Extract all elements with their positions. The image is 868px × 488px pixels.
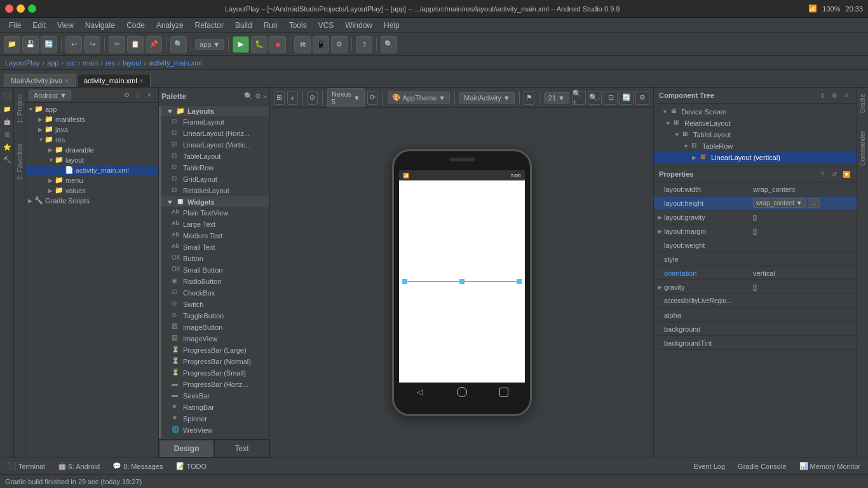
palette-widgets-header[interactable]: ▼ 🔲 Widgets	[161, 196, 269, 207]
tab-mainactivity[interactable]: MainActivity.java ×	[4, 74, 76, 87]
palette-item-progressbar-horiz[interactable]: ▬ ProgressBar (Horiz...	[161, 379, 269, 390]
maximize-button[interactable]	[28, 4, 36, 13]
tree-item-java[interactable]: ▶ 📁 java	[25, 125, 158, 135]
toolbar-sdk-btn[interactable]: 🛠	[294, 36, 311, 53]
tree-item-app[interactable]: ▼ 📁 app	[25, 104, 158, 114]
toolbar-sync-btn[interactable]: 🔄	[41, 36, 57, 53]
menu-navigate[interactable]: Navigate	[80, 20, 120, 31]
palette-item-progressbar-large[interactable]: ⏳ ProgressBar (Large)	[161, 344, 269, 356]
toolbar-save-btn[interactable]: 💾	[22, 36, 39, 53]
toolbar-search-everywhere-btn[interactable]: 🔍	[381, 36, 397, 53]
memory-monitor-btn[interactable]: 📊 Memory Monitor	[797, 461, 863, 471]
window-controls[interactable]	[5, 4, 36, 13]
palette-item-linearlayout-v[interactable]: ⊡ LinearLayout (Vertic...	[161, 139, 269, 151]
palette-item-linearlayout-h[interactable]: ⊡ LinearLayout (Horiz...	[161, 128, 269, 139]
tree-item-manifests[interactable]: ▶ 📁 manifests	[25, 114, 158, 125]
menu-file[interactable]: File	[4, 20, 26, 31]
menu-tools[interactable]: Tools	[284, 20, 312, 31]
terminal-btn[interactable]: ⬛ Terminal	[5, 461, 48, 471]
commander-label[interactable]: Commander	[858, 127, 867, 170]
menu-vcs[interactable]: VCS	[313, 20, 339, 31]
ct-item-tablerow[interactable]: ▼ ⊟ TableRow	[654, 140, 857, 152]
design-tab[interactable]: Design	[159, 440, 214, 458]
palette-item-togglebutton[interactable]: ⊙ ToggleButton	[161, 310, 269, 322]
menu-edit[interactable]: Edit	[27, 20, 51, 31]
prop-help-btn[interactable]: ?	[817, 169, 827, 179]
prop-row-layout-width[interactable]: layout:width wrap_content	[654, 182, 857, 196]
palette-item-ratingbar[interactable]: ★ RatingBar	[161, 402, 269, 413]
theme-dropdown[interactable]: 🎨 AppTheme ▼	[388, 92, 451, 104]
ct-expand-all-btn[interactable]: ⇕	[817, 90, 827, 100]
tree-item-activity-main[interactable]: 📄 activity_main.xml	[25, 165, 158, 175]
android-icon-side[interactable]: 🤖	[1, 116, 13, 127]
palette-item-seekbar[interactable]: ▬ SeekBar	[161, 390, 269, 402]
palette-item-small-text[interactable]: Ab Small Text	[161, 241, 269, 253]
breadcrumb-res[interactable]: res	[105, 59, 115, 67]
toolbar-run-btn[interactable]: ▶	[233, 36, 249, 53]
terminal-icon-side[interactable]: ⬛	[1, 90, 13, 102]
zoom-actual-btn[interactable]: ⊡	[604, 91, 618, 105]
canvas-overview-btn[interactable]: ⊙	[307, 91, 318, 105]
todo-btn[interactable]: 📝 TODO	[173, 461, 210, 471]
breadcrumb-layoutplay[interactable]: LayoutPlay	[5, 59, 39, 67]
menu-analyze[interactable]: Analyze	[151, 20, 189, 31]
prop-filter-btn[interactable]: 🔽	[841, 169, 851, 179]
toolbar-debug-btn[interactable]: 🐛	[251, 36, 268, 53]
prop-name-orientation[interactable]: orientation	[664, 269, 753, 277]
palette-item-imagebutton[interactable]: 🖼 ImageButton	[161, 322, 269, 333]
prop-row-layout-margin[interactable]: ▶ layout:margin []	[654, 224, 857, 238]
toolbar-undo-btn[interactable]: ↩	[65, 36, 82, 53]
palette-item-checkbox[interactable]: ☑ CheckBox	[161, 287, 269, 299]
palette-search-icon[interactable]: 🔍	[244, 92, 253, 100]
close-panel-btn[interactable]: ×	[144, 90, 154, 100]
breadcrumb-src[interactable]: src	[66, 59, 76, 67]
palette-item-plain-textview[interactable]: Ab Plain TextView	[161, 207, 269, 219]
tab-mainactivity-close[interactable]: ×	[65, 78, 69, 85]
render-problems-btn[interactable]: ⚙	[635, 91, 649, 105]
palette-item-webview[interactable]: 🌐 WebView	[161, 424, 269, 436]
prop-reset-btn[interactable]: ↺	[829, 169, 839, 179]
tree-item-drawable[interactable]: ▶ 📁 drawable	[25, 145, 158, 155]
toolbar-paste-btn[interactable]: 📌	[146, 36, 162, 53]
palette-item-gridlayout[interactable]: ⊡ GridLayout	[161, 173, 269, 185]
palette-close-icon[interactable]: ×	[263, 93, 267, 100]
app-module-dropdown[interactable]: app ▼	[195, 39, 224, 50]
palette-item-large-text[interactable]: Ab Large Text	[161, 219, 269, 230]
menu-view[interactable]: View	[52, 20, 79, 31]
gradle-console-btn[interactable]: Gradle Console	[735, 461, 789, 471]
toolbar-copy-btn[interactable]: 📋	[127, 36, 144, 53]
ct-item-tablelayout[interactable]: ▼ ⊞ TableLayout	[654, 129, 857, 140]
toolbar-help-btn[interactable]: ?	[356, 36, 372, 53]
toolbar-cut-btn[interactable]: ✂	[109, 36, 125, 53]
palette-item-spinner[interactable]: ▼ Spinner	[161, 413, 269, 424]
canvas-add-layout-btn[interactable]: +	[287, 91, 298, 105]
palette-item-tablelayout[interactable]: ⊡ TableLayout	[161, 151, 269, 162]
maven-projects-label[interactable]: Gradle	[858, 90, 867, 117]
activity-dropdown[interactable]: MainActivity ▼	[459, 92, 515, 104]
tree-item-layout[interactable]: ▼ 📁 layout	[25, 155, 158, 165]
tab-activity-main-xml-close[interactable]: ×	[140, 78, 144, 85]
android-panel-btn[interactable]: 🤖 6: Android	[55, 461, 103, 471]
breadcrumb-layout[interactable]: layout	[123, 59, 141, 67]
prop-row-layout-height[interactable]: layout:height wrap_content ▼ ...	[654, 196, 857, 210]
menu-code[interactable]: Code	[121, 20, 150, 31]
breadcrumb-file[interactable]: activity_main.xml	[149, 59, 202, 67]
project-icon-side[interactable]: 📁	[1, 103, 13, 114]
prop-row-gravity[interactable]: ▶ gravity []	[654, 280, 857, 294]
prop-expand-layout-margin[interactable]: ▶	[658, 228, 664, 234]
collapse-all-btn[interactable]: ↕	[133, 90, 143, 100]
palette-item-button[interactable]: OK Button	[161, 253, 269, 264]
palette-item-switch[interactable]: ⊙ Switch	[161, 299, 269, 310]
prop-row-style[interactable]: style	[654, 252, 857, 266]
menu-refactor[interactable]: Refactor	[190, 20, 229, 31]
structure-icon-side[interactable]: ⊞	[1, 128, 13, 140]
ct-item-relativelayout[interactable]: ▼ ⊞ RelativeLayout	[654, 118, 857, 129]
toolbar-redo-btn[interactable]: ↪	[84, 36, 100, 53]
menu-help[interactable]: Help	[379, 20, 405, 31]
palette-settings-icon[interactable]: ⚙	[255, 92, 261, 100]
ct-settings-btn[interactable]: ⚙	[829, 90, 839, 100]
event-log-btn[interactable]: Event Log	[691, 461, 728, 471]
prop-row-accessibility[interactable]: accessibilityLiveRegio...	[654, 294, 857, 308]
breadcrumb-main[interactable]: main	[83, 59, 98, 67]
layout-height-ellipsis[interactable]: ...	[808, 198, 820, 208]
